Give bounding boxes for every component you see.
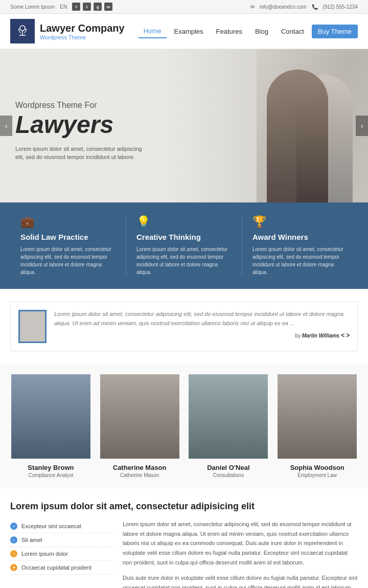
twitter-icon[interactable]: t	[83, 3, 91, 11]
feature-title-1: Creative Thinking	[136, 233, 232, 241]
team-role-2: Consultations	[213, 472, 244, 478]
googleplus-icon[interactable]: g	[94, 3, 102, 11]
team-member-0: Stanley Brown Compliance Analyst	[10, 374, 91, 478]
hero-next-button[interactable]: ›	[356, 116, 368, 136]
nav-blog[interactable]: Blog	[250, 25, 273, 38]
hero-title: Lawyers	[15, 112, 150, 137]
team-photo-2	[189, 374, 268, 459]
nav-home[interactable]: Home	[139, 25, 167, 38]
testimonial-box: Lorem ipsum dolor sit amet, consectetur …	[10, 302, 358, 351]
social-icons: f t g in	[72, 3, 112, 11]
facebook-icon[interactable]: f	[72, 3, 80, 11]
feature-icon-0: 💼	[20, 215, 116, 229]
top-lorem: Some Lorem Ipsum	[10, 4, 55, 10]
team-name-1: Catherine Mason	[113, 464, 167, 471]
testimonial-prev[interactable]: <	[341, 332, 344, 339]
list-item-0: + Excepteur sint occaecat	[10, 519, 112, 533]
content-title: Lorem ipsum dolor sit amet, consectetur …	[10, 501, 358, 512]
list-plus-icon-1: +	[10, 536, 17, 544]
team-name-2: Daniel O'Neal	[207, 464, 249, 471]
content-text-col: Lorem ipsum dolor sit amet, consectetur …	[123, 519, 358, 588]
hero-content: Wordpress Theme For Lawyers Lorem ipsum …	[0, 49, 166, 202]
hero-section: ‹ Wordpress Theme For Lawyers Lorem ipsu…	[0, 49, 368, 202]
feature-item-1: 💡 Creative Thinking Lorem ipsum dolor si…	[126, 215, 242, 276]
list-text-1: Sit amet	[21, 537, 42, 543]
content-list: + Excepteur sint occaecat + Sit amet + L…	[10, 519, 112, 575]
feature-icon-2: 🏆	[252, 215, 348, 229]
top-bar-right: ✉ info@doeandco.com 📞 (912) 555-1234	[250, 4, 358, 10]
team-role-0: Compliance Analyst	[28, 472, 73, 478]
testimonial-content: Lorem ipsum dolor sit amet, consectetur …	[54, 310, 350, 339]
testimonial-next[interactable]: >	[346, 332, 350, 339]
list-minus-icon-3: ✦	[10, 564, 17, 571]
main-nav: Home Examples Features Blog Contact Buy …	[139, 25, 358, 38]
nav-examples[interactable]: Examples	[169, 25, 209, 38]
team-section: Stanley Brown Compliance Analyst Catheri…	[0, 364, 368, 488]
nav-buy-theme[interactable]: Buy Theme	[312, 25, 358, 38]
logo: Lawyer Company Wordpress Theme	[10, 19, 125, 43]
hero-small-text: Wordpress Theme For	[15, 101, 150, 110]
email-icon: ✉	[250, 4, 255, 10]
content-layout: + Excepteur sint occaecat + Sit amet + L…	[10, 519, 358, 588]
feature-icon-1: 💡	[136, 215, 232, 229]
testimonial-author-name: Martin Williams	[302, 333, 339, 338]
logo-subtitle: Wordpress Theme	[40, 34, 125, 40]
hero-prev-button[interactable]: ‹	[0, 116, 12, 136]
features-strip: 💼 Solid Law Practice Lorem ipsum dolor s…	[0, 202, 368, 289]
team-name-0: Stanley Brown	[28, 464, 74, 471]
list-item-3: ✦ Occaecat cupidatat proident	[10, 561, 112, 575]
testimonial-navigation: < >	[341, 332, 350, 339]
linkedin-icon[interactable]: in	[104, 3, 112, 11]
testimonial-avatar	[18, 310, 47, 343]
team-member-2: Daniel O'Neal Consultations	[188, 374, 269, 478]
list-text-0: Excepteur sint occaecat	[21, 523, 81, 529]
team-grid: Stanley Brown Compliance Analyst Catheri…	[10, 374, 358, 478]
nav-features[interactable]: Features	[211, 25, 247, 38]
svg-point-0	[20, 26, 25, 31]
team-member-3: Sophia Woodson Employment Law	[277, 374, 358, 478]
feature-title-2: Award Winners	[252, 233, 348, 241]
top-phone: (912) 555-1234	[323, 4, 358, 10]
team-photo-3	[278, 374, 357, 459]
feature-item-2: 🏆 Award Winners Lorem ipsum dolor sit am…	[242, 215, 358, 276]
testimonial-author: by Martin Williams < >	[54, 332, 350, 339]
feature-item-0: 💼 Solid Law Practice Lorem ipsum dolor s…	[10, 215, 126, 276]
list-text-3: Occaecat cupidatat proident	[21, 564, 91, 571]
content-list-col: + Excepteur sint occaecat + Sit amet + L…	[10, 519, 112, 588]
header: Lawyer Company Wordpress Theme Home Exam…	[0, 14, 368, 49]
list-plus-icon-0: +	[10, 523, 17, 530]
logo-title: Lawyer Company	[40, 22, 125, 34]
team-photo-0	[11, 374, 90, 459]
top-lang: EN	[60, 4, 67, 10]
hero-description: Lorem ipsum dolor sit amet, consectetur …	[15, 145, 150, 162]
content-para-1: Lorem ipsum dolor sit amet, consectetur …	[123, 519, 358, 567]
logo-icon	[10, 19, 35, 43]
top-email: info@doeandco.com	[260, 4, 307, 10]
list-text-2: Lorem ipsum dolor	[21, 551, 68, 557]
feature-text-1: Lorem ipsum dolor sit amet, consectetur …	[136, 245, 232, 276]
nav-contact[interactable]: Contact	[276, 25, 309, 38]
feature-text-0: Lorem ipsum dolor sit amet, consectetur …	[20, 245, 116, 276]
top-bar: Some Lorem Ipsum EN f t g in ✉ info@doea…	[0, 0, 368, 14]
team-member-1: Catherine Mason Catherine Mason	[99, 374, 180, 478]
phone-icon: 📞	[312, 4, 318, 10]
feature-title-0: Solid Law Practice	[20, 233, 116, 241]
top-bar-left: Some Lorem Ipsum EN f t g in	[10, 3, 112, 11]
testimonial-section: Lorem ipsum dolor sit amet, consectetur …	[0, 289, 368, 364]
list-minus-icon-2: +	[10, 550, 17, 557]
hero-people-image	[257, 49, 368, 202]
list-item-2: + Lorem ipsum dolor	[10, 547, 112, 561]
content-para-2: Duis aute irure dolor in voluptate velit…	[123, 573, 358, 588]
team-role-3: Employment Law	[297, 472, 337, 478]
team-photo-1	[100, 374, 179, 459]
team-role-1: Catherine Mason	[120, 472, 159, 478]
content-section: Lorem ipsum dolor sit amet, consectetur …	[0, 488, 368, 588]
team-name-3: Sophia Woodson	[290, 464, 344, 471]
feature-text-2: Lorem ipsum dolor sit amet, consectetur …	[252, 245, 348, 276]
logo-text: Lawyer Company Wordpress Theme	[40, 22, 125, 40]
list-item-1: + Sit amet	[10, 533, 112, 547]
hero-image	[166, 49, 368, 202]
testimonial-text: Lorem ipsum dolor sit amet, consectetur …	[54, 310, 350, 328]
